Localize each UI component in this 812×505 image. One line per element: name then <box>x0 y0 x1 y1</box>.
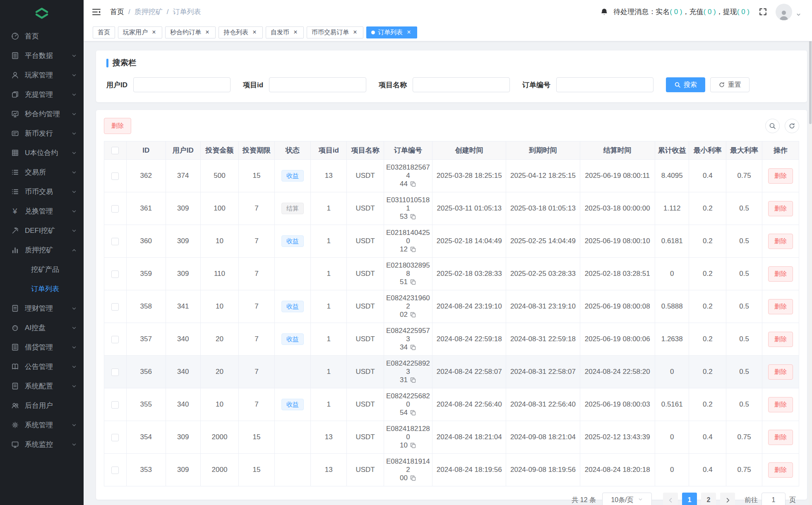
copy-icon[interactable] <box>410 475 416 481</box>
row-delete-button[interactable]: 删除 <box>768 462 793 478</box>
sidebar-item-label: 玩家管理 <box>25 70 53 80</box>
fullscreen-icon[interactable] <box>759 7 767 16</box>
sidebar-item-9[interactable]: ¥兑换管理 <box>0 201 84 221</box>
sidebar-item-5[interactable]: 新币发行 <box>0 124 84 143</box>
sidebar-item-0[interactable]: 首页 <box>0 26 84 46</box>
row-checkbox[interactable] <box>111 369 119 376</box>
row-checkbox[interactable] <box>111 401 119 409</box>
tab-2[interactable]: 秒合约订单× <box>165 26 216 38</box>
pending-messages[interactable]: 待处理消息：实名( 0 )，充值( 0 )，提现( 0 ) <box>613 7 750 17</box>
cell-settled: 2025-06-19 08:00:03 <box>580 388 655 421</box>
row-checkbox[interactable] <box>111 467 119 474</box>
batch-delete-button[interactable]: 删除 <box>104 118 131 134</box>
sidebar-item-6[interactable]: U本位合约 <box>0 143 84 163</box>
copy-icon[interactable] <box>410 409 416 416</box>
tab-4[interactable]: 自发币× <box>266 26 304 38</box>
table-row-7: 355340107收益1USDTE08242256820542024-08-24… <box>104 388 799 421</box>
sidebar-item-4[interactable]: 秒合约管理 <box>0 104 84 124</box>
prev-page-button[interactable] <box>663 493 678 505</box>
sidebar-item-17[interactable]: 后台用户 <box>0 396 84 415</box>
tab-close-icon[interactable]: × <box>251 29 258 36</box>
notice-item-充值[interactable]: 充值( 0 ) <box>689 8 716 16</box>
brand-logo[interactable] <box>0 0 84 26</box>
row-checkbox[interactable] <box>111 336 119 343</box>
next-page-button[interactable] <box>720 493 735 505</box>
avatar[interactable] <box>776 4 792 20</box>
sidebar-item-14[interactable]: 借贷管理 <box>0 337 84 357</box>
sidebar-item-3[interactable]: 充提管理 <box>0 85 84 104</box>
tab-0[interactable]: 首页 <box>93 26 115 38</box>
tab-5[interactable]: 币币交易订单× <box>307 26 363 38</box>
search-input-3[interactable] <box>556 77 653 92</box>
cell-status <box>274 356 310 388</box>
collapse-menu-icon[interactable] <box>92 8 101 16</box>
copy-icon[interactable] <box>410 311 416 318</box>
bell-icon[interactable] <box>600 8 608 16</box>
row-checkbox[interactable] <box>111 172 119 180</box>
row-delete-button[interactable]: 删除 <box>768 397 793 412</box>
sidebar-item-12[interactable]: 理财管理 <box>0 299 84 318</box>
reset-button[interactable]: 重置 <box>710 77 750 92</box>
search-input-1[interactable] <box>269 77 366 92</box>
row-delete-button[interactable]: 删除 <box>768 364 793 380</box>
tab-close-icon[interactable]: × <box>292 29 299 36</box>
row-delete-button[interactable]: 删除 <box>768 430 793 445</box>
refresh-table-icon[interactable] <box>785 119 799 133</box>
sidebar-subitem-11-1[interactable]: 订单列表 <box>0 279 84 299</box>
sidebar-item-15[interactable]: 公告管理 <box>0 357 84 376</box>
sidebar-item-7[interactable]: 交易所 <box>0 163 84 182</box>
search-button[interactable]: 搜索 <box>666 77 705 92</box>
show-search-icon[interactable] <box>765 119 780 133</box>
copy-icon[interactable] <box>410 246 416 253</box>
copy-icon[interactable] <box>410 181 416 187</box>
row-delete-button[interactable]: 删除 <box>768 299 793 314</box>
sidebar-item-8[interactable]: 币币交易 <box>0 182 84 201</box>
select-all-checkbox[interactable] <box>111 147 119 154</box>
goto-page-input[interactable] <box>762 493 786 505</box>
sidebar-item-11[interactable]: 质押挖矿 <box>0 240 84 260</box>
copy-icon[interactable] <box>410 344 416 351</box>
tab-3[interactable]: 持仓列表× <box>219 26 263 38</box>
copy-icon[interactable] <box>410 442 416 449</box>
cell-expire: 2024-08-31 23:19:10 <box>506 290 580 323</box>
sidebar-subitem-11-0[interactable]: 挖矿产品 <box>0 260 84 279</box>
notice-item-实名[interactable]: 实名( 0 ) <box>656 8 682 16</box>
row-delete-button[interactable]: 删除 <box>768 234 793 249</box>
user-menu-caret-icon[interactable] <box>796 12 801 17</box>
sidebar-item-2[interactable]: 玩家管理 <box>0 65 84 85</box>
page-size-select[interactable]: 10条/页 <box>602 493 652 505</box>
copy-icon[interactable] <box>410 279 416 285</box>
row-delete-button[interactable]: 删除 <box>768 168 793 184</box>
copy-icon[interactable] <box>410 377 416 383</box>
page-button-2[interactable]: 2 <box>701 493 716 505</box>
page-button-1[interactable]: 1 <box>682 493 697 505</box>
row-delete-button[interactable]: 删除 <box>768 332 793 347</box>
sidebar-item-18[interactable]: 系统管理 <box>0 415 84 435</box>
sidebar-item-10[interactable]: DEFI挖矿 <box>0 221 84 240</box>
tab-close-icon[interactable]: × <box>406 29 412 36</box>
row-delete-button[interactable]: 删除 <box>768 201 793 216</box>
search-input-0[interactable] <box>133 77 231 92</box>
tab-close-icon[interactable]: × <box>352 29 358 36</box>
tab-close-icon[interactable]: × <box>204 29 211 36</box>
sidebar-item-13[interactable]: AI控盘 <box>0 318 84 337</box>
row-checkbox[interactable] <box>111 238 119 245</box>
row-checkbox[interactable] <box>111 434 119 441</box>
sidebar-item-19[interactable]: 系统监控 <box>0 435 84 454</box>
breadcrumb-item-1[interactable]: 质押挖矿 <box>135 7 163 17</box>
copy-icon[interactable] <box>410 213 416 220</box>
row-delete-button[interactable]: 删除 <box>768 266 793 282</box>
tab-1[interactable]: 玩家用户× <box>118 26 162 38</box>
tab-6[interactable]: 订单列表× <box>366 26 417 38</box>
sidebar-item-16[interactable]: 系统配置 <box>0 376 84 396</box>
row-checkbox[interactable] <box>111 270 119 278</box>
breadcrumb-item-0[interactable]: 首页 <box>110 7 124 17</box>
sidebar-item-1[interactable]: 平台数据 <box>0 46 84 65</box>
search-input-2[interactable] <box>413 77 510 92</box>
chevron-down-icon <box>638 496 643 504</box>
tab-close-icon[interactable]: × <box>151 29 157 36</box>
row-checkbox[interactable] <box>111 303 119 311</box>
pagination-total: 共 12 条 <box>572 496 596 505</box>
row-checkbox[interactable] <box>111 205 119 213</box>
notice-item-提现[interactable]: 提现( 0 ) <box>723 8 750 16</box>
